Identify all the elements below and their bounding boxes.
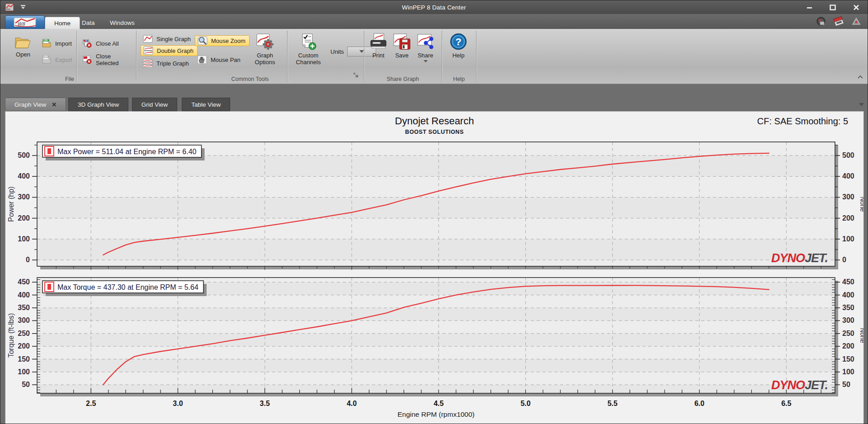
- export-button[interactable]: CSV Export: [41, 54, 72, 65]
- y-axis-title-right: None: [859, 197, 863, 212]
- y-tick-label-right: 200: [842, 342, 854, 350]
- ribbon: Open CSV Import CSV Export: [0, 29, 868, 84]
- doc-tab-grid-view[interactable]: Grid View: [132, 98, 177, 111]
- double-graph-button[interactable]: Double Graph: [141, 45, 198, 56]
- y-tick-label-right: 300: [842, 193, 854, 201]
- application-button[interactable]: W8: [5, 15, 45, 29]
- x-tick-label: 6.5: [781, 400, 791, 407]
- ribbon-tab-windows[interactable]: Windows: [101, 17, 144, 29]
- y-tick-label: 500: [18, 151, 30, 159]
- mouse-zoom-icon: [197, 36, 208, 46]
- y-tick-label-right: 300: [842, 316, 854, 324]
- chevron-down-icon: [359, 50, 364, 53]
- x-tick-label: 3.0: [173, 400, 183, 407]
- print-icon: [369, 33, 388, 51]
- x-tick-label: 4.5: [434, 400, 443, 407]
- tab-list-dropdown-icon[interactable]: [859, 103, 864, 106]
- close-button[interactable]: [851, 3, 861, 11]
- chart-torque-vs-rpm: 5050100100150150200200250250300300350350…: [7, 278, 863, 418]
- ribbon-collapse-button[interactable]: [858, 74, 863, 80]
- doc-tab-table-view[interactable]: Table View: [182, 98, 230, 111]
- x-tick-label: 5.5: [608, 400, 618, 407]
- y-tick-label: 150: [18, 355, 30, 363]
- minimize-button[interactable]: [804, 3, 814, 11]
- save-button[interactable]: Save: [391, 33, 413, 59]
- gauge-icon[interactable]: [816, 16, 826, 26]
- chart-power-vs-rpm: 00100100200200300300400400500500DYNOJET.…: [7, 142, 863, 270]
- single-graph-button[interactable]: Single Graph: [142, 33, 191, 44]
- y-tick-label: 100: [18, 235, 30, 243]
- ribbon-tab-data[interactable]: Data: [73, 17, 104, 29]
- save-label: Save: [395, 52, 409, 59]
- import-button[interactable]: CSV Import: [41, 38, 72, 49]
- graph-options-button[interactable]: Graph Options: [249, 33, 281, 66]
- y-tick-label: 350: [18, 304, 30, 311]
- doc-tab-graph-view[interactable]: Graph View✕: [5, 98, 66, 111]
- ribbon-tab-label: Data: [82, 19, 95, 26]
- doc-tab-label: Graph View: [14, 101, 46, 108]
- y-tick-label: 400: [18, 291, 30, 299]
- share-dropdown-icon[interactable]: [424, 60, 428, 62]
- help-icon: ?: [449, 33, 467, 51]
- print-label: Print: [373, 52, 385, 59]
- y-tick-label: 300: [18, 193, 30, 201]
- file-group-label: File: [4, 76, 135, 82]
- open-button[interactable]: Open: [10, 34, 36, 58]
- caution-icon[interactable]: [851, 16, 861, 26]
- save-icon: [392, 33, 411, 51]
- y-tick-label-right: 100: [842, 235, 854, 243]
- help-button[interactable]: ? Help: [448, 33, 469, 59]
- import-label: Import: [55, 40, 72, 47]
- share-icon: [416, 33, 435, 51]
- double-graph-icon: [143, 46, 154, 55]
- graph-view-panel: Dynojet Research BOOST SOLUTIONS CF: SAE…: [5, 111, 864, 424]
- ribbon-tab-strip: W8 HomeDataWindows: [0, 14, 868, 29]
- doc-tab-3d-graph-view[interactable]: 3D Graph View: [68, 98, 128, 111]
- print-button[interactable]: Print: [368, 33, 389, 59]
- x-tick-label: 4.0: [347, 400, 357, 407]
- x-tick-label: 3.5: [260, 400, 270, 407]
- y-tick-label: 100: [18, 368, 30, 376]
- charts-canvas: 00100100200200300300400400500500DYNOJET.…: [5, 112, 863, 424]
- single-graph-label: Single Graph: [156, 36, 191, 42]
- graph-view-close-icon[interactable]: ✕: [52, 101, 57, 108]
- mouse-zoom-button[interactable]: Mouse Zoom: [195, 35, 250, 46]
- svg-text:CSV: CSV: [43, 56, 48, 58]
- y-tick-label: 450: [18, 278, 30, 286]
- mouse-pan-button[interactable]: Mouse Pan: [197, 54, 241, 65]
- y-tick-label-right: 250: [842, 330, 854, 337]
- open-label: Open: [16, 51, 30, 58]
- double-graph-label: Double Graph: [157, 47, 193, 54]
- custom-channels-button[interactable]: Custom Channels: [292, 33, 325, 66]
- units-label: Units: [330, 48, 344, 55]
- maximize-button[interactable]: [828, 3, 838, 11]
- ribbon-tab-label: Home: [54, 20, 71, 27]
- y-tick-label-right: 400: [842, 291, 854, 299]
- winpep-device-icon[interactable]: [833, 16, 844, 26]
- x-tick-label: 2.5: [86, 400, 96, 407]
- export-label: Export: [55, 57, 72, 63]
- common-tools-group-label: Common Tools: [137, 76, 363, 82]
- window-title: WinPEP 8 Data Center: [0, 4, 868, 11]
- share-graph-group-label: Share Graph: [365, 76, 441, 82]
- share-button[interactable]: Share: [415, 33, 436, 62]
- close-all-label: Close All: [96, 40, 119, 47]
- triple-graph-label: Triple Graph: [156, 60, 189, 67]
- custom-channels-label: Custom Channels: [292, 52, 325, 66]
- close-selected-button[interactable]: Close Selected: [82, 54, 135, 65]
- close-selected-icon: [82, 55, 93, 65]
- winpep-logo-icon: W8: [12, 17, 38, 28]
- close-all-button[interactable]: Close All: [82, 38, 119, 49]
- close-selected-label: Close Selected: [96, 53, 135, 66]
- x-tick-label: 6.0: [694, 400, 704, 407]
- graph-options-label: Graph Options: [249, 52, 281, 66]
- ribbon-group-help: ? Help Help: [443, 29, 475, 84]
- triple-graph-button[interactable]: Triple Graph: [142, 58, 189, 69]
- single-graph-icon: [142, 34, 153, 43]
- svg-text:?: ?: [455, 36, 461, 47]
- y-tick-label-right: 350: [842, 304, 854, 311]
- doc-tab-label: Grid View: [142, 101, 168, 108]
- y-tick-label-right: 100: [842, 368, 854, 376]
- y-tick-label-right: 400: [842, 172, 854, 180]
- titlebar: WinPEP 8 Data Center: [0, 0, 868, 14]
